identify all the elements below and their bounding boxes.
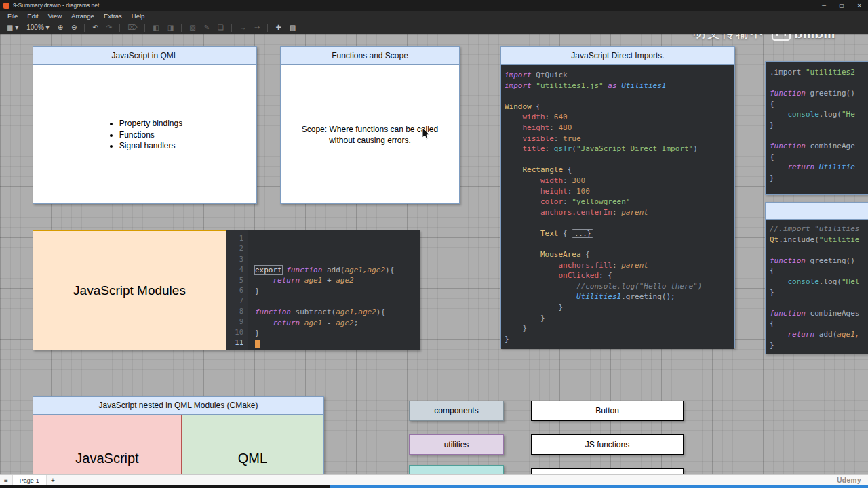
undo-icon[interactable]: ↶ [90, 24, 100, 31]
shape-teal-partial[interactable] [409, 465, 504, 474]
code-line: height: 100 [505, 186, 734, 197]
code-line [505, 239, 734, 250]
shape-qml-cell[interactable]: QML [182, 415, 323, 474]
qml-code-block: import QtQuickimport "utilities1.js" as … [501, 65, 734, 349]
menu-edit[interactable]: Edit [22, 11, 43, 21]
shape-button[interactable]: Button [531, 401, 684, 421]
bullet-item: Property bindings [119, 118, 182, 129]
view-mode-icon[interactable]: ▦ ▾ [4, 24, 21, 31]
close-button[interactable]: ✕ [850, 0, 868, 11]
code-line: { [770, 152, 868, 163]
zoom-out-icon[interactable]: ⊖ [68, 24, 79, 31]
bilibili-tv-icon [771, 34, 791, 41]
zoom-level[interactable]: 100% ▾ [24, 24, 52, 31]
insert-icon[interactable]: ✚ [273, 24, 283, 31]
connection-icon[interactable]: → [237, 24, 249, 31]
shape-title: Functions and Scope [281, 47, 459, 65]
shape-title: JavaScript in QML [33, 47, 256, 65]
video-progress-bar[interactable] [0, 485, 868, 488]
code-editor[interactable]: 1234567891011 export function add(age1,a… [226, 230, 420, 350]
toolbar-separator [119, 24, 120, 32]
shape-utilities[interactable]: utilities [409, 434, 504, 455]
code-line: //console.log("Hello there") [505, 281, 734, 292]
code-line: function combineAge [770, 141, 868, 152]
pencil-icon[interactable]: ✎ [201, 24, 212, 31]
shape-javascript-in-qml[interactable]: JavaScript in QML Property bindingsFunct… [33, 46, 257, 204]
shape-white-partial[interactable] [531, 468, 684, 474]
watermark-text: 明文传输不 [693, 34, 764, 42]
line-number: 4 [226, 264, 248, 274]
window-title: 9-Summary.drawio - diagrams.net [13, 2, 99, 9]
progress-unplayed [0, 485, 330, 488]
menu-arrange[interactable]: Arrange [66, 11, 99, 21]
line-number: 1 [226, 233, 248, 243]
code-line: Qt.include("utilitie [770, 235, 868, 245]
delete-icon[interactable]: ⌦ [125, 24, 140, 31]
line-number: 9 [226, 317, 248, 327]
code-line: { [770, 99, 868, 110]
code-line: function combineAges [770, 308, 868, 319]
shape-javascript-direct-imports[interactable]: JavaScript Direct Imports. import QtQuic… [500, 46, 735, 348]
line-number: 3 [226, 254, 248, 264]
code-line: .import "utilities2 [770, 67, 868, 78]
code-line: { [770, 319, 868, 329]
shape-js-functions[interactable]: JS functions [531, 434, 684, 455]
table-icon[interactable]: ▤ [287, 24, 298, 31]
fill-color-icon[interactable]: ▧ [186, 24, 198, 31]
menu-file[interactable]: File [3, 11, 22, 21]
code-line [770, 298, 868, 308]
shape-functions-and-scope[interactable]: Functions and Scope Scope: Where functio… [280, 46, 460, 204]
zoom-in-icon[interactable]: ⊕ [55, 24, 66, 31]
code-line: Utilities1.greeting(); [505, 291, 734, 302]
minimize-button[interactable]: ─ [815, 0, 833, 11]
code-line: Window { [505, 102, 734, 113]
statusbar: ≡ Page-1 + Udemy [0, 474, 868, 485]
shape-utilities2-code[interactable]: .import "utilities2 function greeting(){… [765, 61, 868, 195]
diagram-canvas[interactable]: JavaScript in QML Property bindingsFunct… [0, 34, 868, 474]
toolbar: ▦ ▾100% ▾⊕⊖↶↷⌦◧◨▧✎❏→⇢✚▤ [0, 21, 868, 35]
to-front-icon[interactable]: ◧ [150, 24, 161, 31]
code-line: console.log("He [770, 109, 868, 120]
code-line [770, 78, 868, 89]
to-back-icon[interactable]: ◨ [165, 24, 176, 31]
code-line: return add(age1, [770, 329, 868, 340]
shadow-icon[interactable]: ❏ [215, 24, 226, 31]
code-line: visible: true [505, 134, 734, 144]
code-line: import QtQuick [505, 70, 734, 81]
code-line: width: 300 [505, 176, 734, 186]
shape-js-nested-in-qml-modules[interactable]: JavaScript nested in QML Modules (CMake)… [33, 396, 324, 474]
menu-help[interactable]: Help [127, 11, 150, 21]
code-line: export function add(age1,age2){ [255, 265, 394, 276]
code-line: } [505, 313, 734, 324]
code-line: import "utilities1.js" as Utilities1 [505, 81, 734, 92]
js-code-block: //.import "utilitiesQt.include("utilitie… [766, 220, 868, 354]
menu-view[interactable]: View [43, 11, 66, 21]
code-line: function subtract(age1,age2){ [255, 307, 394, 318]
line-number: 6 [226, 285, 248, 296]
code-line: } [255, 286, 394, 297]
page-tab[interactable]: Page-1 [12, 475, 47, 485]
code-line: } [770, 287, 868, 298]
progress-played [330, 485, 868, 488]
code-line: return age1 - age2; [255, 318, 394, 329]
window-controls: ─ ▢ ✕ [815, 0, 868, 11]
pages-menu-icon[interactable]: ≡ [0, 476, 12, 484]
shape-javascript-cell[interactable]: JavaScript [33, 415, 182, 474]
shape-title: JavaScript nested in QML Modules (CMake) [33, 396, 323, 415]
drawio-app-icon [3, 3, 9, 9]
redo-icon[interactable]: ↷ [104, 24, 115, 31]
waypoint-icon[interactable]: ⇢ [252, 24, 262, 31]
bilibili-wordmark: bilibili [794, 34, 835, 41]
watermark: 明文传输不 bilibili [693, 34, 835, 42]
shape-javascript-modules[interactable]: JavaScript Modules [33, 230, 226, 350]
shape-components[interactable]: components [409, 401, 504, 421]
code-line: Text { ...} [505, 228, 734, 239]
line-number: 10 [226, 327, 248, 338]
code-line: width: 640 [505, 112, 734, 123]
shape-qt-include-code[interactable]: //.import "utilitiesQt.include("utilitie… [765, 202, 868, 354]
editor-code: export function add(age1,age2){ return a… [248, 230, 394, 350]
code-line: onClicked: { [505, 270, 734, 281]
add-page-button[interactable]: + [47, 476, 59, 484]
maximize-button[interactable]: ▢ [833, 0, 850, 11]
menu-extras[interactable]: Extras [99, 11, 127, 21]
